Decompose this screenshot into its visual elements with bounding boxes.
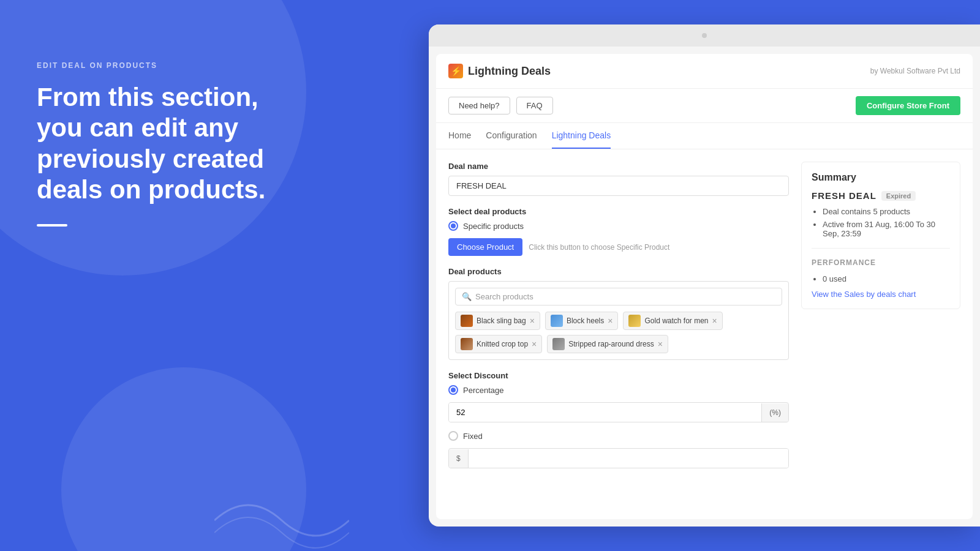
- product-thumb-knitted-crop-top: [461, 338, 473, 350]
- product-name-gold-watch: Gold watch for men: [644, 317, 708, 325]
- summary-badge: Expired: [881, 191, 916, 201]
- faq-button[interactable]: FAQ: [516, 97, 553, 114]
- summary-divider: [812, 248, 950, 249]
- product-tag-black-sling-bag: Black sling bag ×: [455, 312, 540, 330]
- remove-block-heels-button[interactable]: ×: [608, 317, 612, 325]
- summary-list: Deal contains 5 products Active from 31 …: [812, 207, 950, 238]
- browser-dot: [702, 33, 707, 38]
- product-name-block-heels: Block heels: [567, 317, 604, 325]
- tab-home[interactable]: Home: [448, 123, 471, 149]
- remove-black-sling-bag-button[interactable]: ×: [530, 317, 535, 325]
- select-discount-label: Select Discount: [448, 371, 789, 380]
- fixed-prefix: $: [449, 449, 469, 468]
- product-tags-container: Black sling bag × Block heels ×: [455, 312, 782, 353]
- browser-content: ⚡ Lightning Deals by Webkul Software Pvt…: [436, 54, 973, 519]
- product-tag-knitted-crop-top: Knitted crop top ×: [455, 335, 542, 353]
- app-title-text: Lightning Deals: [468, 65, 551, 78]
- remove-stripped-dress-button[interactable]: ×: [658, 340, 663, 348]
- specific-products-radio-dot: [448, 221, 458, 231]
- need-help-button[interactable]: Need help?: [448, 97, 510, 114]
- by-webkul: by Webkul Software Pvt Ltd: [870, 67, 960, 75]
- remove-knitted-crop-top-button[interactable]: ×: [532, 340, 537, 348]
- left-divider: [37, 224, 67, 227]
- percentage-radio[interactable]: Percentage: [448, 385, 789, 395]
- product-thumb-block-heels: [551, 315, 563, 327]
- deal-products-label: Deal products: [448, 267, 789, 276]
- products-box: 🔍 Search products Black sling bag ×: [448, 281, 789, 360]
- left-title: From this section, you can edit any prev…: [37, 82, 294, 206]
- app-title-container: ⚡ Lightning Deals: [448, 64, 551, 78]
- fixed-label: Fixed: [463, 432, 483, 441]
- percentage-input[interactable]: [449, 403, 761, 422]
- choose-product-button[interactable]: Choose Product: [448, 238, 522, 256]
- percentage-radio-dot: [448, 385, 458, 395]
- product-thumb-gold-watch: [628, 315, 641, 327]
- product-tag-stripped-dress: Stripped rap-around dress ×: [547, 335, 668, 353]
- tab-lightning-deals[interactable]: Lightning Deals: [552, 123, 611, 149]
- summary-title: Summary: [812, 172, 950, 183]
- top-buttons-bar: Need help? FAQ Configure Store Front: [436, 89, 973, 123]
- form-area: Deal name Select deal products Specific …: [448, 162, 801, 479]
- product-tag-gold-watch: Gold watch for men ×: [623, 312, 722, 330]
- left-subtitle: EDIT DEAL ON PRODUCTS: [37, 61, 294, 70]
- summary-box: Summary FRESH DEAL Expired Deal contains…: [801, 162, 960, 309]
- fixed-radio-dot: [448, 431, 458, 441]
- deal-name-input[interactable]: [448, 176, 789, 196]
- specific-products-label: Specific products: [463, 222, 524, 231]
- summary-list-item-2: Active from 31 Aug, 16:00 To 30 Sep, 23:…: [823, 220, 950, 238]
- wave-decoration: [214, 490, 349, 551]
- performance-list: 0 used: [812, 274, 950, 283]
- fixed-radio[interactable]: Fixed: [448, 431, 789, 441]
- summary-area: Summary FRESH DEAL Expired Deal contains…: [801, 162, 960, 479]
- product-thumb-black-sling-bag: [461, 315, 473, 327]
- search-products-input[interactable]: 🔍 Search products: [455, 288, 782, 305]
- deal-products-field-group: Deal products 🔍 Search products Black sl…: [448, 267, 789, 360]
- summary-deal-name: FRESH DEAL: [812, 190, 876, 201]
- remove-gold-watch-button[interactable]: ×: [712, 317, 717, 325]
- performance-title: PERFORMANCE: [812, 258, 950, 267]
- main-content: Deal name Select deal products Specific …: [436, 149, 973, 492]
- specific-products-radio[interactable]: Specific products: [448, 221, 789, 231]
- select-deal-products-label: Select deal products: [448, 207, 789, 216]
- choose-hint: Click this button to choose Specific Pro…: [529, 243, 669, 252]
- sales-link-text: View the Sales by deals chart: [812, 290, 950, 299]
- product-name-knitted-crop-top: Knitted crop top: [477, 340, 528, 348]
- performance-list-item-1: 0 used: [823, 274, 950, 283]
- percentage-suffix: (%): [761, 403, 788, 422]
- search-icon: 🔍: [462, 292, 472, 301]
- configure-store-front-button[interactable]: Configure Store Front: [856, 96, 960, 115]
- app-icon: ⚡: [448, 64, 463, 78]
- product-thumb-stripped-dress: [552, 338, 565, 350]
- product-name-stripped-dress: Stripped rap-around dress: [568, 340, 654, 348]
- app-header: ⚡ Lightning Deals by Webkul Software Pvt…: [436, 54, 973, 89]
- select-deal-products-group: Select deal products Specific products C…: [448, 207, 789, 256]
- percentage-label: Percentage: [463, 386, 504, 395]
- summary-list-item-1: Deal contains 5 products: [823, 207, 950, 216]
- nav-tabs: Home Configuration Lightning Deals: [436, 123, 973, 149]
- fixed-input-group: $: [448, 448, 789, 468]
- browser-window: ⚡ Lightning Deals by Webkul Software Pvt…: [429, 24, 980, 527]
- sales-by-deals-chart-link[interactable]: Sales by deals chart: [844, 290, 916, 299]
- tab-configuration[interactable]: Configuration: [486, 123, 537, 149]
- left-panel: EDIT DEAL ON PRODUCTS From this section,…: [37, 61, 294, 227]
- percentage-input-group: (%): [448, 402, 789, 422]
- fixed-input[interactable]: [469, 449, 788, 468]
- product-name-black-sling-bag: Black sling bag: [477, 317, 526, 325]
- product-tag-block-heels: Block heels ×: [545, 312, 619, 330]
- deal-name-label: Deal name: [448, 162, 789, 171]
- search-placeholder: Search products: [475, 292, 533, 301]
- select-discount-group: Select Discount Percentage (%) Fixed: [448, 371, 789, 468]
- deal-name-field-group: Deal name: [448, 162, 789, 196]
- browser-bar: [429, 24, 980, 47]
